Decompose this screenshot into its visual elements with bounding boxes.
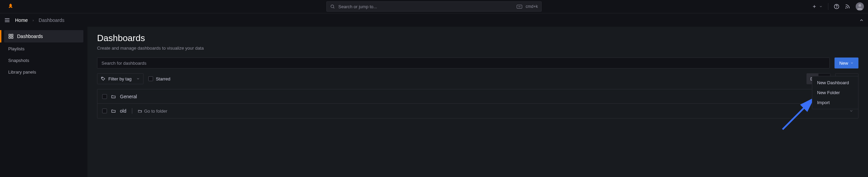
- new-button[interactable]: New: [835, 58, 858, 68]
- svg-point-5: [520, 6, 520, 7]
- starred-checkbox[interactable]: [148, 76, 153, 81]
- sidebar-item-playlists[interactable]: Playlists: [4, 43, 83, 54]
- sidebar-item-label: Library panels: [8, 69, 36, 75]
- folder-list: General old Go to folder: [97, 89, 858, 118]
- add-button[interactable]: [812, 4, 817, 9]
- folder-row: old Go to folder: [97, 104, 858, 118]
- global-search-input[interactable]: [338, 4, 513, 9]
- sidebar-item-label: Playlists: [8, 46, 25, 51]
- page-title: Dashboards: [97, 33, 858, 43]
- top-bar: cmd+k: [0, 0, 868, 13]
- folder-icon: [111, 94, 116, 99]
- collapse-icon[interactable]: [859, 18, 864, 23]
- svg-point-4: [519, 6, 519, 7]
- dashboard-search-input[interactable]: [97, 58, 830, 68]
- svg-rect-20: [9, 37, 11, 38]
- svg-point-3: [518, 6, 519, 7]
- svg-point-22: [102, 78, 103, 78]
- avatar[interactable]: [856, 2, 864, 11]
- svg-rect-21: [11, 37, 13, 38]
- row-checkbox[interactable]: [102, 109, 107, 113]
- divider: [828, 3, 828, 10]
- row-checkbox[interactable]: [102, 94, 107, 99]
- chevron-right-icon: ›: [32, 18, 34, 22]
- filter-tag-label: Filter by tag: [108, 76, 132, 81]
- svg-rect-18: [9, 34, 11, 36]
- svg-point-11: [837, 8, 837, 8]
- expand-icon[interactable]: [849, 109, 853, 113]
- new-button-label: New: [839, 61, 848, 66]
- go-to-folder-link[interactable]: Go to folder: [138, 109, 167, 114]
- chevron-down-icon: [850, 61, 854, 65]
- filter-by-tag[interactable]: Filter by tag: [97, 73, 144, 84]
- chevron-down-icon: [136, 77, 140, 80]
- starred-label: Starred: [156, 76, 171, 81]
- sidebar-item-snapshots[interactable]: Snapshots: [4, 55, 83, 66]
- svg-rect-2: [518, 5, 521, 8]
- menu-item-new-folder[interactable]: New Folder: [812, 88, 858, 98]
- grafana-logo-icon[interactable]: [7, 3, 14, 10]
- folder-row: General: [97, 89, 858, 104]
- sidebar-item-library-panels[interactable]: Library panels: [4, 66, 83, 77]
- folder-icon: [111, 109, 116, 113]
- search-icon: [330, 4, 335, 9]
- sidebar-item-label: Dashboards: [17, 34, 43, 39]
- folder-name[interactable]: General: [120, 94, 137, 99]
- chevron-down-icon[interactable]: [819, 5, 823, 8]
- sidebar-item-label: Snapshots: [8, 58, 29, 63]
- news-icon[interactable]: [845, 4, 850, 9]
- breadcrumb-home[interactable]: Home: [15, 17, 28, 23]
- folder-name[interactable]: old: [120, 108, 126, 114]
- menu-item-new-dashboard[interactable]: New Dashboard: [812, 78, 858, 88]
- svg-point-12: [846, 8, 846, 8]
- folder-open-icon: [138, 109, 142, 113]
- svg-rect-19: [11, 34, 13, 36]
- divider: [132, 108, 132, 114]
- svg-point-0: [331, 5, 334, 8]
- menu-toggle-icon[interactable]: [4, 17, 10, 23]
- breadcrumb-current: Dashboards: [39, 17, 65, 23]
- new-dropdown-menu: New Dashboard New Folder Import: [812, 76, 858, 109]
- svg-point-14: [858, 4, 861, 7]
- global-search[interactable]: cmd+k: [326, 1, 542, 12]
- tag-icon: [101, 76, 106, 81]
- page-subtitle: Create and manage dashboards to visualiz…: [97, 46, 858, 51]
- svg-point-6: [520, 6, 521, 7]
- keyboard-icon: [517, 5, 522, 9]
- breadcrumb-bar: Home › Dashboards: [0, 13, 868, 27]
- main-content: Dashboards Create and manage dashboards …: [87, 27, 868, 177]
- svg-rect-7: [518, 7, 520, 7]
- go-to-folder-label: Go to folder: [144, 109, 167, 114]
- shortcut-hint: cmd+k: [526, 4, 538, 9]
- dashboard-icon: [8, 34, 14, 39]
- sidebar: Dashboards Playlists Snapshots Library p…: [0, 27, 87, 177]
- sidebar-item-dashboards[interactable]: Dashboards: [4, 30, 83, 42]
- menu-item-import[interactable]: Import: [812, 98, 858, 108]
- help-icon[interactable]: [834, 4, 839, 9]
- svg-line-1: [333, 7, 334, 8]
